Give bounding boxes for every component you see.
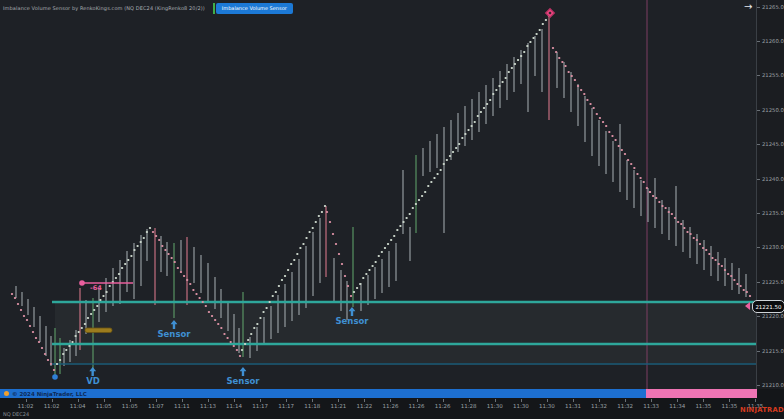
price-dot bbox=[589, 103, 591, 105]
price-axis[interactable]: 21265.0021260.0021255.0021250.0021245.00… bbox=[756, 0, 784, 398]
price-dot bbox=[736, 283, 738, 285]
price-dot bbox=[353, 291, 355, 293]
price-dot bbox=[733, 279, 735, 281]
price-dot bbox=[96, 305, 98, 307]
price-dot bbox=[29, 325, 31, 327]
price-dot bbox=[247, 339, 249, 341]
price-dot bbox=[177, 267, 179, 269]
price-dot bbox=[683, 227, 685, 229]
price-dot bbox=[655, 197, 657, 199]
price-dot bbox=[602, 121, 604, 123]
price-dot bbox=[375, 261, 377, 263]
price-dot bbox=[287, 269, 289, 271]
price-dot bbox=[130, 255, 132, 257]
price-dot bbox=[299, 247, 301, 249]
price-dot bbox=[205, 305, 207, 307]
signal-dot bbox=[52, 374, 58, 380]
price-dot bbox=[571, 75, 573, 77]
price-dot bbox=[671, 213, 673, 215]
price-dot bbox=[699, 243, 701, 245]
price-dot bbox=[532, 37, 534, 39]
price-dot bbox=[658, 201, 660, 203]
price-dot bbox=[452, 151, 454, 153]
price-dot bbox=[259, 317, 261, 319]
price-dot bbox=[47, 359, 49, 361]
chart-panel[interactable]: Imbalance Volume Sensor by RenkoKings.co… bbox=[0, 0, 756, 389]
indicator-title: Imbalance Volume Sensor by RenkoKings.co… bbox=[3, 5, 205, 11]
price-axis-label: 21265.00 bbox=[762, 4, 784, 10]
price-axis-tick bbox=[757, 247, 760, 248]
price-dot bbox=[329, 221, 331, 223]
price-dot bbox=[596, 113, 598, 115]
imbalance-volume-sensor-button[interactable]: Imbalance Volume Sensor bbox=[216, 3, 293, 14]
price-dot bbox=[471, 125, 473, 127]
price-dot bbox=[396, 229, 398, 231]
price-axis-label: 21220.00 bbox=[762, 313, 784, 319]
price-dot bbox=[350, 295, 352, 297]
price-dot bbox=[649, 191, 651, 193]
price-dot bbox=[262, 311, 264, 313]
price-dot bbox=[523, 51, 525, 53]
price-dot bbox=[746, 291, 748, 293]
price-dot bbox=[11, 293, 13, 295]
price-dot bbox=[646, 187, 648, 189]
price-dot bbox=[574, 79, 576, 81]
price-dot bbox=[202, 301, 204, 303]
price-dot bbox=[464, 133, 466, 135]
price-dot bbox=[705, 249, 707, 251]
price-dot bbox=[186, 279, 188, 281]
price-dot bbox=[399, 225, 401, 227]
price-dot bbox=[78, 331, 80, 333]
scroll-to-latest-arrow[interactable]: → bbox=[744, 1, 752, 13]
order-marker bbox=[85, 328, 112, 333]
price-dot bbox=[393, 235, 395, 237]
time-axis-tick bbox=[495, 399, 496, 402]
price-axis-tick bbox=[757, 75, 760, 76]
price-dot bbox=[275, 291, 277, 293]
up-arrow-icon bbox=[89, 367, 96, 376]
time-axis-tick bbox=[573, 399, 574, 402]
price-dot bbox=[359, 283, 361, 285]
price-dot bbox=[106, 291, 108, 293]
price-dot bbox=[17, 303, 19, 305]
price-dot bbox=[341, 263, 343, 265]
price-dot bbox=[636, 173, 638, 175]
price-dot bbox=[489, 99, 491, 101]
price-axis-label: 21260.00 bbox=[762, 38, 784, 44]
price-dot bbox=[124, 263, 126, 265]
time-axis-tick bbox=[52, 399, 53, 402]
price-dot bbox=[526, 45, 528, 47]
price-dot bbox=[189, 283, 191, 285]
price-dot bbox=[665, 207, 667, 209]
price-axis-tick bbox=[757, 213, 760, 214]
price-dot bbox=[608, 131, 610, 133]
session-bar: © 2024 NinjaTrader, LLC bbox=[0, 389, 784, 398]
price-dot bbox=[542, 23, 544, 25]
price-dot bbox=[53, 369, 55, 371]
price-dot bbox=[62, 353, 64, 355]
time-axis-tick bbox=[338, 399, 339, 402]
price-dot bbox=[121, 267, 123, 269]
imbalance-ray-dot bbox=[79, 280, 85, 286]
price-dot bbox=[611, 135, 613, 137]
price-axis-tick bbox=[757, 110, 760, 111]
price-dot bbox=[347, 285, 349, 287]
price-dot bbox=[630, 163, 632, 165]
price-dot bbox=[371, 265, 373, 267]
price-dot bbox=[652, 195, 654, 197]
price-dot bbox=[430, 181, 432, 183]
button-accent-stripe bbox=[213, 3, 215, 14]
price-dot bbox=[555, 51, 557, 53]
price-dot bbox=[715, 259, 717, 261]
price-dot bbox=[406, 217, 408, 219]
price-dot bbox=[505, 77, 507, 79]
time-axis-tick bbox=[156, 399, 157, 402]
price-dot bbox=[402, 221, 404, 223]
price-dot bbox=[517, 59, 519, 61]
price-dot bbox=[281, 279, 283, 281]
time-axis-tick bbox=[312, 399, 313, 402]
time-axis[interactable]: 11:0211:0211:0411:0511:0511:0711:1111:13… bbox=[0, 398, 784, 419]
price-axis-tick bbox=[757, 316, 760, 317]
price-dot bbox=[561, 61, 563, 63]
price-dot bbox=[99, 299, 101, 301]
